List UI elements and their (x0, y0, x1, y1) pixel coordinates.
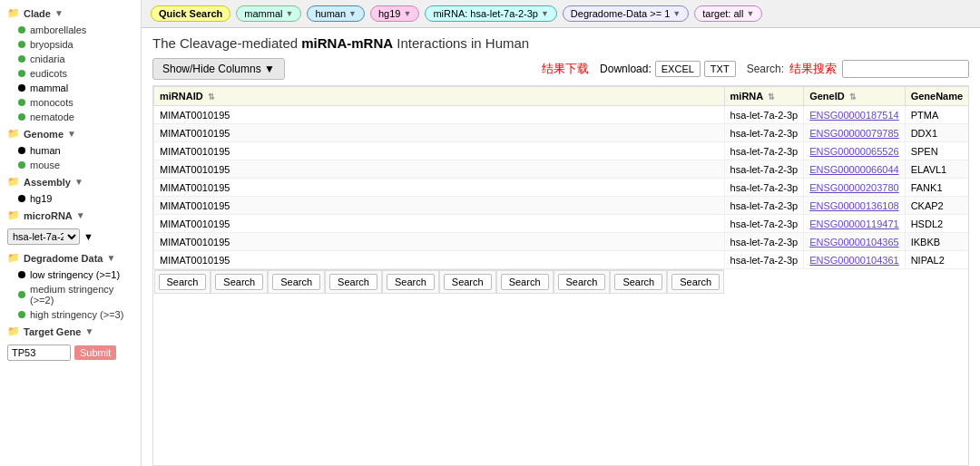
cell-geneid[interactable]: ENSG00000187514 (804, 106, 905, 124)
sidebar-section-assembly[interactable]: 📁 Assembly ▼ (0, 172, 141, 191)
col-genename[interactable]: GeneName ⇅ (905, 87, 969, 106)
mirna-dropdown[interactable]: hsa-let-7a-2 (7, 228, 80, 245)
target-chevron: ▼ (746, 9, 754, 18)
bottom-search-cell: Search (667, 270, 724, 294)
sidebar-section-genome[interactable]: 📁 Genome ▼ (0, 124, 141, 143)
bottom-search-cell: Search (382, 270, 439, 294)
table-row: MIMAT0010195 hsa-let-7a-2-3p ENSG0000006… (154, 142, 970, 160)
cell-mirnaid: MIMAT0010195 (154, 160, 725, 179)
sidebar-item-medium-stringency[interactable]: medium stringency (>=2) (0, 282, 141, 307)
cell-genename: DDX1 (905, 124, 969, 142)
bottom-search-btn-1[interactable]: Search (215, 274, 263, 290)
bottom-search-btn-5[interactable]: Search (444, 274, 492, 290)
cell-mirnaid: MIMAT0010195 (154, 215, 725, 233)
table-row: MIMAT0010195 hsa-let-7a-2-3p ENSG0000013… (154, 197, 970, 215)
cell-geneid[interactable]: ENSG00000119471 (804, 215, 905, 233)
mirna-dropdown-arrow: ▼ (83, 231, 93, 242)
content-area: The Cleavage-mediated miRNA-mRNA Interac… (142, 28, 980, 466)
annotation-download: 结果下载 (542, 61, 589, 77)
bottom-search-cell: Search (325, 270, 382, 294)
sidebar-section-mirna[interactable]: 📁 microRNA ▼ (0, 206, 141, 225)
cell-genename: IKBKB (905, 233, 969, 251)
download-txt-btn[interactable]: TXT (704, 61, 736, 77)
sidebar-item-hg19[interactable]: hg19 (0, 191, 141, 206)
bottom-search-btn-6[interactable]: Search (501, 274, 549, 290)
col-mirnaid[interactable]: miRNAID ⇅ (154, 87, 725, 106)
quick-search-btn[interactable]: Quick Search (151, 5, 230, 22)
bottom-search-btn-9[interactable]: Search (671, 274, 720, 290)
cell-genename: FANK1 (905, 179, 969, 197)
target-gene-submit[interactable]: Submit (74, 345, 116, 360)
col-geneid[interactable]: GeneID ⇅ (804, 87, 905, 106)
annotation-search: 结果搜索 (789, 61, 837, 77)
degradome-filter-btn[interactable]: Degradome-Data >= 1 ▼ (563, 5, 689, 22)
download-excel-btn[interactable]: EXCEL (655, 61, 701, 77)
cell-geneid[interactable]: ENSG00000104361 (804, 251, 905, 269)
table-body: MIMAT0010195 hsa-let-7a-2-3p ENSG0000018… (154, 106, 970, 269)
cell-geneid[interactable]: ENSG00000104365 (804, 233, 905, 251)
target-gene-input-row: Submit (0, 341, 141, 364)
bottom-search-cell: Search (610, 270, 667, 294)
sidebar-target-label: Target Gene (24, 326, 81, 337)
sidebar-item-human[interactable]: human (0, 143, 141, 158)
bottom-search-btn-7[interactable]: Search (558, 274, 606, 290)
search-input-top[interactable] (842, 60, 969, 78)
sidebar-item-nematode[interactable]: nematode (0, 110, 141, 124)
cell-geneid[interactable]: ENSG00000065526 (804, 142, 905, 160)
sidebar-section-target[interactable]: 📁 Target Gene ▼ (0, 322, 141, 341)
cell-mirna: hsa-let-7a-2-3p (724, 160, 804, 179)
sidebar-clade-label: Clade (24, 8, 51, 19)
cell-mirnaid: MIMAT0010195 (154, 233, 725, 251)
human-filter-btn[interactable]: human ▼ (307, 5, 365, 22)
col-mirna[interactable]: miRNA ⇅ (724, 87, 804, 106)
cell-mirnaid: MIMAT0010195 (154, 251, 725, 269)
table-row: MIMAT0010195 hsa-let-7a-2-3p ENSG0000007… (154, 124, 970, 142)
bottom-search-btn-8[interactable]: Search (614, 274, 662, 290)
bottom-search-btn-3[interactable]: Search (329, 274, 377, 290)
target-gene-input[interactable] (7, 345, 71, 361)
cell-mirna: hsa-let-7a-2-3p (724, 142, 804, 160)
sidebar-item-mammal[interactable]: mammal (0, 81, 141, 95)
folder-icon-genome: 📁 (7, 128, 20, 140)
toolbar-row: Show/Hide Columns ▼ 结果下载 Download: EXCEL… (152, 58, 969, 80)
show-hide-columns-btn[interactable]: Show/Hide Columns ▼ (152, 58, 285, 80)
cell-genename: NIPAL2 (905, 251, 969, 269)
bottom-search-btn-4[interactable]: Search (387, 274, 435, 290)
sidebar-item-low-stringency[interactable]: low stringency (>=1) (0, 267, 141, 282)
sidebar-item-eudicots[interactable]: eudicots (0, 66, 141, 81)
cell-mirnaid: MIMAT0010195 (154, 106, 725, 124)
cell-geneid[interactable]: ENSG00000136108 (804, 197, 905, 215)
cell-geneid[interactable]: ENSG00000079785 (804, 124, 905, 142)
sidebar-section-degradome[interactable]: 📁 Degradome Data ▼ (0, 248, 141, 267)
sidebar-item-mouse[interactable]: mouse (0, 158, 141, 172)
sidebar-item-high-stringency[interactable]: high stringency (>=3) (0, 307, 141, 322)
table-row: MIMAT0010195 hsa-let-7a-2-3p ENSG0000010… (154, 233, 970, 251)
table-wrapper: miRNAID ⇅ miRNA ⇅ GeneID ⇅ GeneName ⇅ Ge… (152, 85, 969, 466)
sidebar-item-amborellales[interactable]: amborellales (0, 23, 141, 37)
hg19-chevron: ▼ (403, 9, 411, 18)
sidebar-item-monocots[interactable]: monocots (0, 95, 141, 110)
mammal-chevron: ▼ (286, 9, 294, 18)
hg19-filter-btn[interactable]: hg19 ▼ (370, 5, 419, 22)
mammal-filter-btn[interactable]: mammal ▼ (236, 5, 301, 22)
sidebar-degradome-label: Degradome Data (24, 253, 103, 264)
show-hide-chevron: ▼ (264, 63, 275, 75)
chevron-down-icon-mirna: ▼ (76, 210, 85, 220)
cell-geneid[interactable]: ENSG00000066044 (804, 160, 905, 179)
cell-mirnaid: MIMAT0010195 (154, 124, 725, 142)
sidebar-item-cnidaria[interactable]: cnidaria (0, 52, 141, 66)
bottom-search-cell: Search (554, 270, 611, 294)
sidebar-mirna-label: microRNA (24, 210, 73, 221)
target-filter-btn[interactable]: target: all ▼ (694, 5, 762, 22)
search-label: Search: (747, 63, 784, 75)
mirna-filter-btn[interactable]: miRNA: hsa-let-7a-2-3p ▼ (425, 5, 556, 22)
bottom-search-btn-2[interactable]: Search (272, 274, 320, 290)
sidebar-item-bryopsida[interactable]: bryopsida (0, 37, 141, 52)
cell-mirna: hsa-let-7a-2-3p (724, 233, 804, 251)
bottom-search-btn-0[interactable]: Search (159, 274, 207, 290)
mirna-chevron: ▼ (541, 9, 549, 18)
cell-geneid[interactable]: ENSG00000203780 (804, 179, 905, 197)
sidebar-section-clade[interactable]: 📁 Clade ▼ (0, 4, 141, 23)
bottom-search-cell: Search (154, 270, 211, 294)
cell-mirnaid: MIMAT0010195 (154, 179, 725, 197)
